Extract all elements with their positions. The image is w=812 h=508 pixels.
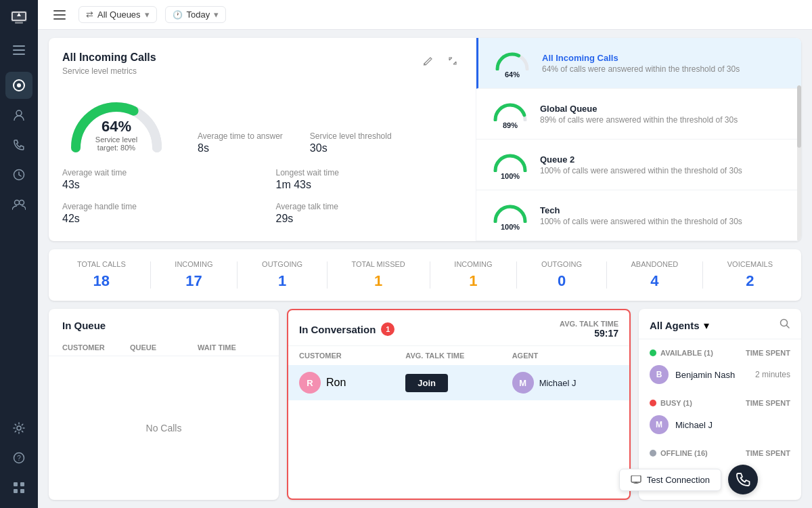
conv-col-agent: AGENT (512, 352, 618, 360)
stat-divider-4 (516, 261, 517, 289)
busy-label: BUSY (1) (660, 399, 692, 407)
svg-point-12 (20, 200, 24, 205)
test-connection-label: Test Connection (647, 475, 710, 485)
sidebar: ? (0, 0, 38, 508)
agents-dropdown-icon: ▾ (704, 319, 709, 332)
svg-rect-4 (13, 45, 25, 47)
queue-mini-gauge-2: 100% (490, 149, 531, 180)
avg-answer-label: Average time to answer (198, 131, 283, 141)
longest-wait-value: 1m 43s (276, 179, 463, 191)
stat-divider-6 (702, 261, 703, 289)
service-level-card: All Incoming Calls Service level metrics (49, 38, 801, 241)
queue-list-item-0[interactable]: 64% All Incoming Calls 64% of calls were… (476, 38, 801, 89)
agents-search-button[interactable] (780, 318, 790, 332)
available-status-dot (650, 350, 656, 356)
svg-rect-5 (13, 49, 25, 51)
col-wait-time: WAIT TIME (198, 343, 265, 352)
conversation-avg-talk: AVG. TALK TIME 59:17 (560, 320, 618, 339)
service-level-gauge: 64% Service level target: 80% (62, 87, 171, 154)
sidebar-item-clock[interactable] (5, 161, 32, 188)
phone-icon (736, 472, 750, 487)
sidebar-item-dashboard[interactable] (5, 72, 32, 99)
sidebar-item-grid[interactable] (5, 474, 32, 501)
benjamin-avatar: B (650, 365, 669, 384)
stat-divider-1 (237, 261, 238, 289)
stats-bar: TOTAL CALLS 18 INCOMING 17 OUTGOING 1 TO… (49, 249, 801, 301)
sidebar-item-help[interactable]: ? (5, 444, 32, 471)
customer-avatar: R (299, 372, 321, 394)
svg-point-9 (16, 110, 22, 116)
offline-status-dot (650, 450, 656, 457)
stat-divider-3 (430, 261, 430, 289)
conv-col-customer: CUSTOMER (299, 352, 405, 360)
conv-col-avg-talk: AVG. TALK TIME (405, 352, 512, 360)
svg-text:?: ? (17, 454, 21, 462)
michael-avatar: M (650, 415, 669, 434)
sidebar-item-menu[interactable] (5, 37, 32, 64)
offline-section-header: OFFLINE (16) TIME SPENT (639, 445, 801, 460)
time-dropdown-icon: ▾ (214, 9, 219, 20)
avg-answer-value: 8s (198, 142, 283, 154)
queue-list-panel: 64% All Incoming Calls 64% of calls were… (476, 38, 801, 241)
expand-button[interactable] (443, 51, 462, 70)
time-selector[interactable]: 🕐 Today ▾ (165, 6, 227, 23)
svg-rect-19 (20, 489, 24, 493)
threshold-label: Service level threshold (310, 131, 395, 141)
agent-avatar: M (512, 372, 534, 394)
test-connection-bar: Test Connection (619, 465, 758, 494)
in-queue-header: CUSTOMER QUEUE WAIT TIME (49, 339, 279, 356)
stat-item-3: TOTAL MISSED 1 (352, 260, 405, 290)
stat-item-0: TOTAL CALLS 18 (77, 260, 126, 290)
agent-item-michael: M Michael J (639, 410, 801, 440)
benjamin-time: 2 minutes (755, 370, 790, 379)
sidebar-item-calls[interactable] (5, 131, 32, 158)
busy-section-header: BUSY (1) TIME SPENT (639, 395, 801, 410)
svg-point-13 (17, 426, 21, 430)
conversation-badge: 1 (381, 322, 394, 336)
sidebar-item-team[interactable] (5, 191, 32, 218)
avg-talk-value: 29s (276, 213, 463, 225)
avg-handle-value: 42s (62, 213, 249, 225)
sidebar-item-contacts[interactable] (5, 102, 32, 129)
stat-item-4: INCOMING 1 (454, 260, 492, 290)
svg-rect-22 (53, 18, 66, 20)
stat-item-2: OUTGOING 1 (262, 260, 302, 290)
col-customer: CUSTOMER (62, 343, 130, 352)
avg-talk-label: Average talk time (276, 202, 463, 211)
phone-fab-button[interactable] (728, 465, 758, 494)
stat-item-5: OUTGOING 0 (541, 260, 582, 290)
topbar-menu-button[interactable] (49, 4, 70, 26)
agent-item-benjamin: B Benjamin Nash 2 minutes (639, 360, 801, 389)
in-queue-panel: In Queue CUSTOMER QUEUE WAIT TIME No Cal… (49, 309, 279, 500)
queue-list-item-3[interactable]: 100% Tech 100% of calls were answered wi… (476, 190, 801, 241)
edit-button[interactable] (419, 51, 438, 70)
svg-point-11 (15, 200, 20, 205)
test-connection-button[interactable]: Test Connection (619, 469, 721, 491)
longest-wait-label: Longest wait time (276, 168, 463, 177)
monitor-icon (631, 475, 641, 484)
stat-item-6: ABANDONED 4 (631, 260, 679, 290)
agents-header: All Agents ▾ (639, 309, 801, 339)
in-conversation-panel: In Conversation 1 AVG. TALK TIME 59:17 C… (287, 309, 631, 500)
queue-mini-gauge-0: 64% (492, 47, 533, 79)
agents-title-dropdown[interactable]: All Agents ▾ (650, 319, 709, 332)
sidebar-item-settings[interactable] (5, 415, 32, 442)
stat-divider-2 (327, 261, 328, 289)
agent-name: Michael J (539, 378, 577, 388)
svg-point-8 (17, 83, 21, 87)
michael-name: Michael J (675, 420, 784, 430)
in-queue-empty: No Calls (49, 356, 279, 500)
scrollbar[interactable] (797, 85, 801, 241)
available-time-header: TIME SPENT (746, 349, 790, 357)
busy-time-header: TIME SPENT (746, 399, 790, 407)
queue-mini-gauge-3: 100% (490, 200, 531, 231)
svg-rect-18 (14, 489, 18, 493)
conversation-row: R Ron Join M Michael J (288, 365, 629, 400)
queue-list-item-2[interactable]: 100% Queue 2 100% of calls were answered… (476, 140, 801, 190)
content-area: All Incoming Calls Service level metrics (38, 30, 812, 508)
join-button[interactable]: Join (405, 374, 448, 392)
wait-time-stats: Average wait time 43s Longest wait time … (62, 168, 462, 225)
conversation-header: In Conversation 1 AVG. TALK TIME 59:17 (288, 310, 629, 346)
queue-selector[interactable]: ⇄ All Queues ▾ (78, 6, 157, 23)
queue-list-item-1[interactable]: 89% Global Queue 89% of calls were answe… (476, 89, 801, 140)
